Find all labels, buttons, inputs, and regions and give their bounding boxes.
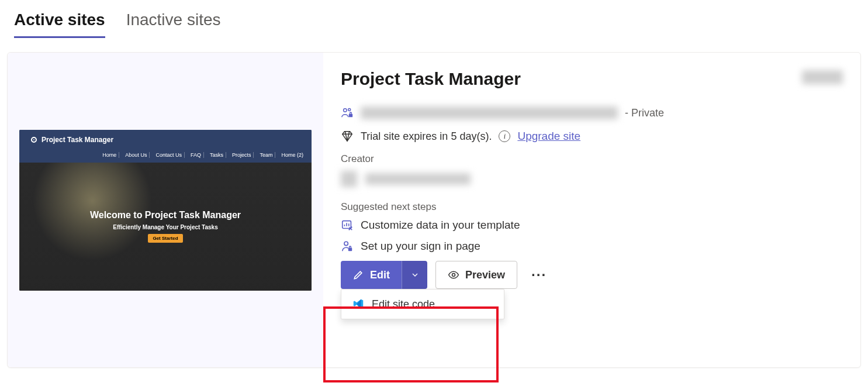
site-card: Project Task Manager Home About Us Conta… [7,52,861,368]
svg-point-0 [344,109,347,112]
svg-rect-5 [348,248,352,251]
thumb-nav-item: FAQ [188,152,204,158]
vscode-icon [352,298,365,311]
thumb-cta-button: Get Started [148,234,182,243]
tab-inactive-sites[interactable]: Inactive sites [126,11,221,38]
thumb-nav-item: Contact Us [153,152,185,158]
edit-site-code-item[interactable]: Edit site code [341,290,504,319]
privacy-label: - Private [625,107,664,119]
svg-point-4 [344,242,348,245]
redacted-badge [802,70,843,84]
tabs-bar: Active sites Inactive sites [0,0,868,38]
edit-split-button: Edit [341,261,427,289]
step-signin-page[interactable]: Set up your sign in page [341,240,843,253]
svg-point-6 [452,274,455,277]
site-title: Project Task Manager [341,69,843,89]
thumb-header: Project Task Manager [19,130,312,150]
svg-point-1 [348,108,351,111]
thumb-app-name: Project Task Manager [42,136,113,144]
trial-row: Trial site expires in 5 day(s). i Upgrad… [341,130,843,143]
privacy-row: - Private [341,106,843,119]
preview-button[interactable]: Preview [435,261,517,289]
thumb-nav-item: About Us [123,152,150,158]
step-label: Set up your sign in page [361,240,480,253]
chevron-down-icon [410,270,420,280]
thumb-hero: Welcome to Project Task Manager Efficien… [19,163,312,291]
site-thumbnail[interactable]: Project Task Manager Home About Us Conta… [19,130,312,291]
preview-label: Preview [465,269,505,281]
thumb-nav-item: Tasks [208,152,226,158]
thumb-nav-item: Home [100,152,119,158]
step-label: Customize data in your template [361,219,520,232]
edit-dropdown-toggle[interactable] [402,261,427,289]
redacted-url [361,106,618,119]
action-bar: Edit Preview ··· [341,261,843,289]
trial-text: Trial site expires in 5 day(s). [361,130,492,143]
step-customize-data[interactable]: Customize data in your template [341,219,843,232]
thumbnail-panel: Project Task Manager Home About Us Conta… [8,53,323,367]
thumb-nav-item: Projects [230,152,254,158]
edit-code-label: Edit site code [372,298,435,311]
creator-row [341,171,843,187]
creator-label: Creator [341,153,843,165]
edit-label: Edit [370,269,390,281]
upgrade-link[interactable]: Upgrade site [517,130,580,143]
diamond-icon [341,130,354,143]
pencil-icon [352,269,364,281]
eye-icon [448,269,459,281]
thumb-hero-title: Welcome to Project Task Manager [90,210,241,220]
thumb-nav-item: Team [257,152,275,158]
edit-button[interactable]: Edit [341,261,402,289]
svg-rect-2 [349,114,352,118]
site-details: Project Task Manager - Private Trial sit… [323,53,860,367]
edit-dropdown-menu: Edit site code [341,289,504,319]
more-actions-button[interactable]: ··· [525,267,552,283]
thumb-nav: Home About Us Contact Us FAQ Tasks Proje… [19,150,312,163]
suggested-label: Suggested next steps [341,201,843,213]
radio-icon [31,137,37,143]
redacted-avatar [341,171,357,187]
info-icon[interactable]: i [499,130,510,142]
people-lock-icon [341,106,354,119]
thumb-hero-subtitle: Efficiently Manage Your Project Tasks [113,224,218,230]
person-lock-icon [341,240,354,253]
chart-edit-icon [341,219,354,232]
redacted-creator-name [365,173,471,185]
thumb-nav-item: Home (2) [279,152,306,158]
tab-active-sites[interactable]: Active sites [14,11,105,38]
